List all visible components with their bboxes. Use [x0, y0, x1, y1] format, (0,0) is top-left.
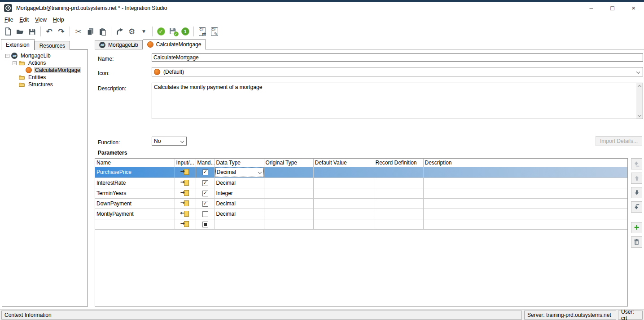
- param-recorddef-cell[interactable]: [374, 209, 423, 219]
- param-datatype-cell[interactable]: Decimal: [215, 198, 264, 209]
- param-name-cell[interactable]: [95, 219, 175, 229]
- param-datatype-cell[interactable]: Decimal: [215, 167, 264, 178]
- open-button[interactable]: [14, 26, 26, 38]
- move-down-button[interactable]: [631, 187, 642, 198]
- tree-expander-icon[interactable]: −: [13, 61, 17, 65]
- param-datatype-cell[interactable]: Integer: [215, 188, 264, 198]
- param-originaltype-cell[interactable]: [264, 209, 313, 219]
- param-recorddef-cell[interactable]: [374, 198, 423, 209]
- param-originaltype-cell[interactable]: [264, 178, 313, 188]
- param-recorddef-cell[interactable]: [374, 167, 423, 178]
- column-header[interactable]: Input/...: [175, 159, 196, 167]
- scroll-up-icon[interactable]: [638, 85, 641, 89]
- param-defaultvalue-cell[interactable]: [313, 188, 374, 198]
- add-parameter-button[interactable]: +: [631, 222, 642, 233]
- param-defaultvalue-cell[interactable]: [313, 167, 374, 178]
- description-textarea[interactable]: Calculates the montly payment of a mortg…: [152, 83, 643, 119]
- mandatory-checkbox[interactable]: [202, 211, 208, 217]
- param-recorddef-cell[interactable]: [374, 188, 423, 198]
- description-scrollbar[interactable]: [636, 83, 643, 119]
- redo-button[interactable]: ↷: [55, 26, 67, 38]
- undo-button[interactable]: ↶: [43, 26, 55, 38]
- tree-item-entities[interactable]: Entities: [2, 74, 88, 81]
- copy-button[interactable]: [84, 26, 96, 38]
- save-verify-button[interactable]: ✓: [167, 26, 179, 38]
- parameter-row[interactable]: →: [95, 219, 627, 229]
- tab-extension[interactable]: Extension: [1, 39, 35, 50]
- param-datatype-cell[interactable]: Decimal: [215, 178, 264, 188]
- param-mandatory-cell[interactable]: [196, 219, 215, 229]
- menu-view[interactable]: View: [32, 15, 50, 24]
- param-description-cell[interactable]: [423, 167, 627, 178]
- maximize-button[interactable]: □: [602, 2, 623, 14]
- parameter-row[interactable]: TerminYears→✓Integer: [95, 188, 627, 198]
- minimize-button[interactable]: –: [581, 2, 602, 14]
- param-originaltype-cell[interactable]: [264, 188, 313, 198]
- param-direction-cell[interactable]: →: [175, 198, 196, 209]
- param-originaltype-cell[interactable]: [264, 198, 313, 209]
- param-name-cell[interactable]: MontlyPayment: [95, 209, 175, 219]
- menu-help[interactable]: Help: [50, 15, 67, 24]
- function-dropdown[interactable]: No: [152, 137, 187, 146]
- column-header[interactable]: Mand...: [196, 159, 215, 167]
- delete-parameter-button[interactable]: [631, 236, 642, 248]
- icon-dropdown[interactable]: (Default): [152, 67, 643, 76]
- param-datatype-cell[interactable]: Decimal: [215, 209, 264, 219]
- parameter-row[interactable]: MontlyPayment←Decimal: [95, 209, 627, 219]
- toolbar-dropdown-button[interactable]: ▼: [138, 26, 150, 38]
- param-description-cell[interactable]: [423, 188, 627, 198]
- move-bottom-button[interactable]: [631, 201, 642, 213]
- param-description-cell[interactable]: [423, 178, 627, 188]
- datatype-dropdown[interactable]: Decimal: [215, 168, 263, 177]
- column-header[interactable]: Original Type: [264, 159, 313, 167]
- param-description-cell[interactable]: [423, 198, 627, 209]
- param-direction-cell[interactable]: →: [175, 167, 196, 178]
- param-recorddef-cell[interactable]: [374, 178, 423, 188]
- param-mandatory-cell[interactable]: [196, 209, 215, 219]
- paste-button[interactable]: [96, 26, 109, 38]
- param-name-cell[interactable]: TerminYears: [95, 188, 175, 198]
- param-name-cell[interactable]: PurchasePrice: [95, 167, 175, 178]
- tree-item-structures[interactable]: Structures: [2, 81, 88, 88]
- parameter-row[interactable]: DownPayment→✓Decimal: [95, 198, 627, 209]
- param-description-cell[interactable]: [423, 219, 627, 229]
- param-description-cell[interactable]: [423, 209, 627, 219]
- param-defaultvalue-cell[interactable]: [313, 219, 374, 229]
- column-header[interactable]: Description: [423, 159, 627, 167]
- mandatory-checkbox[interactable]: ✓: [202, 201, 208, 207]
- column-header[interactable]: Data Type: [215, 159, 264, 167]
- move-up-button[interactable]: [631, 173, 642, 184]
- param-mandatory-cell[interactable]: ✓: [196, 178, 215, 188]
- mandatory-checkbox[interactable]: ✓: [202, 191, 208, 196]
- save-button[interactable]: [26, 26, 38, 38]
- tree-expander-icon[interactable]: −: [5, 54, 9, 58]
- mandatory-checkbox[interactable]: ✓: [202, 169, 208, 175]
- name-input[interactable]: [152, 53, 643, 62]
- scroll-down-icon[interactable]: [638, 113, 641, 117]
- column-header[interactable]: Record Definition: [374, 159, 423, 167]
- param-direction-cell[interactable]: →: [175, 178, 196, 188]
- param-name-cell[interactable]: InterestRate: [95, 178, 175, 188]
- menu-file[interactable]: File: [1, 15, 16, 24]
- param-defaultvalue-cell[interactable]: [313, 209, 374, 219]
- cut-button[interactable]: ✂: [72, 26, 84, 38]
- tab-resources[interactable]: Resources: [35, 41, 70, 50]
- verify-button[interactable]: ✓: [155, 26, 167, 38]
- publish-button[interactable]: [114, 26, 126, 38]
- param-datatype-cell[interactable]: [215, 219, 264, 229]
- one-click-publish-button[interactable]: 1: [179, 26, 191, 38]
- param-direction-cell[interactable]: →: [175, 219, 196, 229]
- close-button[interactable]: ×: [623, 2, 644, 14]
- param-direction-cell[interactable]: →: [175, 188, 196, 198]
- column-header[interactable]: Name: [95, 159, 175, 167]
- move-top-button[interactable]: [631, 158, 642, 169]
- param-recorddef-cell[interactable]: [374, 219, 423, 229]
- param-mandatory-cell[interactable]: ✓: [196, 188, 215, 198]
- parameter-row[interactable]: InterestRate→✓Decimal: [95, 178, 627, 188]
- param-defaultvalue-cell[interactable]: [313, 198, 374, 209]
- tree-item-actions[interactable]: −Actions: [2, 59, 88, 67]
- open-source-editor-button[interactable]: C#✎: [208, 26, 220, 38]
- tab-mortgagelib[interactable]: xif MortgageLib: [95, 40, 143, 49]
- param-direction-cell[interactable]: ←: [175, 209, 196, 219]
- tree-item-calculatemortgage[interactable]: CalculateMortgage: [2, 67, 88, 74]
